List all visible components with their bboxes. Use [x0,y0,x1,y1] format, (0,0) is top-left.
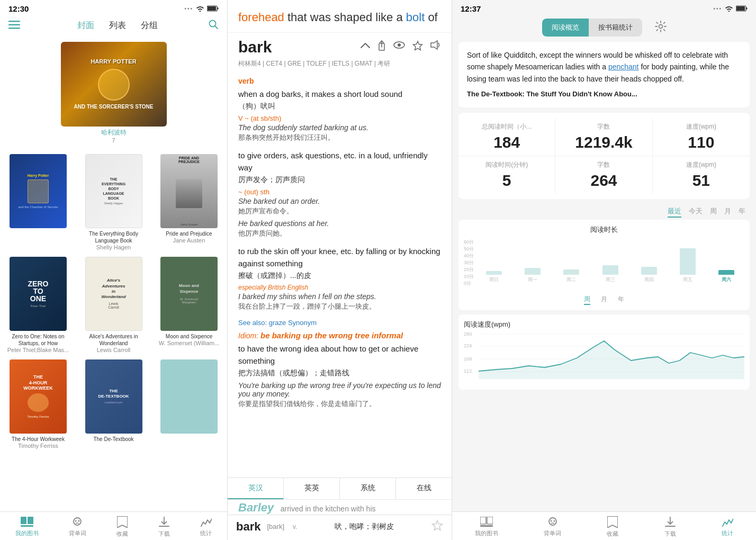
time-tab-year[interactable]: 年 [739,206,745,218]
list-item[interactable]: ZEROTOONE Peter Thiel Zero to One: Notes… [6,257,70,353]
lib-header: 封面 列表 分组 [0,15,227,38]
metric-session-wpm: 速度(wpm) 51 [653,156,750,194]
list-item[interactable]: THEDE-TEXTBOOK cracked.com The De-Textbo… [82,359,146,443]
list-item[interactable] [157,359,221,434]
dict-tab-english[interactable]: 英英 [284,478,340,499]
example-en-1: The dog suddenly started barking at us. [238,123,441,132]
context-word-1: forehead [238,11,284,24]
search-icon[interactable] [208,19,219,32]
list-item[interactable]: Moon andSixpence W. SomersetMaugham Moon… [157,257,221,346]
list-item[interactable]: Alice'sAdventuresinWonderland LewisCarro… [82,257,146,353]
list-item[interactable]: Harry Potter and the Chamber of Secrets [6,154,70,228]
time-tab-week[interactable]: 周 [710,206,717,218]
dict-tab-online[interactable]: 在线 [396,478,452,499]
usage-sub-3: especially British English [238,284,441,291]
example-en-3: I barked my shins when I fell on the ste… [238,292,441,301]
bar-col-tuesday: 周二 [554,239,589,283]
idiom-label: Idiom: be barking up the wrong tree info… [238,331,441,340]
usage-label-2: ~ (out) sth [238,188,441,196]
menu-icon[interactable] [8,19,20,32]
list-item[interactable]: HARRY POTTER AND THE SORCERER'S STONE 哈利… [61,42,167,143]
bar-col-monday: 周一 [515,239,550,283]
star-icon[interactable] [412,40,423,53]
wifi-icon [196,4,204,13]
footer-star-icon[interactable] [431,519,443,534]
metric-value: 110 [688,133,714,151]
svg-rect-31 [480,517,486,524]
dict-tab-chinese[interactable]: 英汉 [228,478,284,499]
book-title: Alice's Adventures in Wonderland [82,333,146,347]
y-label-112: 112 [464,368,472,374]
chevron-up-icon[interactable] [361,40,370,53]
stats-nav-stats[interactable]: 统计 [722,517,733,537]
stats-nav-bookmarks[interactable]: 收藏 [607,516,618,538]
nav-stats[interactable]: 统计 [200,517,212,537]
book-title: Moon and Sixpence [166,333,212,340]
see-also-text: See also: graze Synonym [238,319,317,327]
quote-text: Sort of like Quidditch, except the winne… [467,49,741,85]
svg-marker-20 [413,41,422,50]
eye-icon[interactable] [393,40,405,53]
stats-nav-library[interactable]: 我的图书 [475,517,498,537]
book-author: Timothy Ferriss [18,443,58,449]
metric-label: 速度(wpm) [686,122,716,131]
time-tab-month[interactable]: 月 [724,206,731,218]
nav-downloads[interactable]: 下载 [158,516,170,538]
stats-icon [722,517,733,528]
dict-see-also[interactable]: See also: graze Synonym [238,319,441,327]
svg-rect-33 [480,525,493,527]
speed-line-chart: 280 224 168 112 [464,331,744,384]
dict-headword: bark [238,38,354,56]
list-item[interactable]: THEEVERYTHINGBODYLANGUAGEBOOK Shelly Hag… [82,154,146,250]
example-zh-1: 那条狗突然开始对我们汪汪叫。 [238,133,441,142]
period-year[interactable]: 年 [618,295,624,305]
footer-meaning: 吠，咆哮；剥树皮 [303,522,425,532]
bar-col-friday: 周五 [670,239,705,283]
nav-bookmarks[interactable]: 收藏 [116,516,128,538]
bar-chart-title: 阅读时长 [464,225,744,235]
metric-value: 184 [493,133,520,151]
stats-nav-downloads[interactable]: 下载 [664,516,676,538]
svg-point-36 [553,520,555,522]
context-word-2: bolt [406,11,425,24]
stats-nav-flashcards[interactable]: 背单词 [544,517,561,537]
metric-label: 速度(wpm) [686,160,716,169]
share-icon[interactable] [377,40,386,53]
downloads-icon [664,516,676,529]
tab-cover[interactable]: 封面 [77,20,94,31]
nav-flashcards[interactable]: 背单词 [69,517,86,537]
dict-content[interactable]: verb when a dog barks, it makes a short … [228,73,452,478]
bar-fill-active [718,270,734,275]
example-zh-3: 我在台阶上摔了一跤，蹭掉了小腿上一块皮。 [238,302,441,311]
list-item[interactable]: PRIDE ANDPREJUDICE Jane Austen Pride and… [157,154,221,244]
metric-total-chars: 字数 1219.4k [555,118,652,156]
segment-by-book[interactable]: 按书籍统计 [589,19,642,37]
dict-tab-system[interactable]: 系统 [340,478,396,499]
time-tab-today[interactable]: 今天 [689,206,703,218]
bar-fill [563,269,579,275]
tab-group[interactable]: 分组 [141,20,158,31]
time-tab-recent[interactable]: 最近 [668,206,681,218]
book-title: The 4-Hour Workweek [12,436,65,443]
bar-fill [525,268,541,275]
bar-label: 周五 [683,276,692,283]
library-panel: 12:30 ••• 封面 列表 分组 [0,0,228,540]
speaker-icon[interactable] [430,40,441,53]
period-month[interactable]: 月 [601,295,607,305]
stats-metrics-grid: 总阅读时间（小... 184 字数 1219.4k 速度(wpm) 110 阅读… [458,113,750,199]
segment-overview[interactable]: 阅读概览 [542,19,589,37]
dictionary-panel: forehead that was shaped like a bolt of … [228,0,452,540]
svg-point-26 [659,25,662,29]
period-week[interactable]: 周 [584,295,590,305]
svg-line-7 [215,26,218,29]
metric-value: 5 [502,172,511,190]
gear-icon[interactable] [655,21,667,34]
book-row-2: Harry Potter and the Chamber of Secrets … [6,154,221,250]
idiom-label-text: Idiom: [238,331,258,340]
nav-library[interactable]: 我的图书 [15,517,39,537]
dots-icon: ••• [713,6,722,12]
list-item[interactable]: THE4-HOURWORKWEEK Timothy Ferriss The 4-… [6,359,70,449]
metric-label: 总阅读时间（小... [482,122,532,131]
dict-word-header: bark [228,33,452,59]
tab-list[interactable]: 列表 [109,20,126,31]
